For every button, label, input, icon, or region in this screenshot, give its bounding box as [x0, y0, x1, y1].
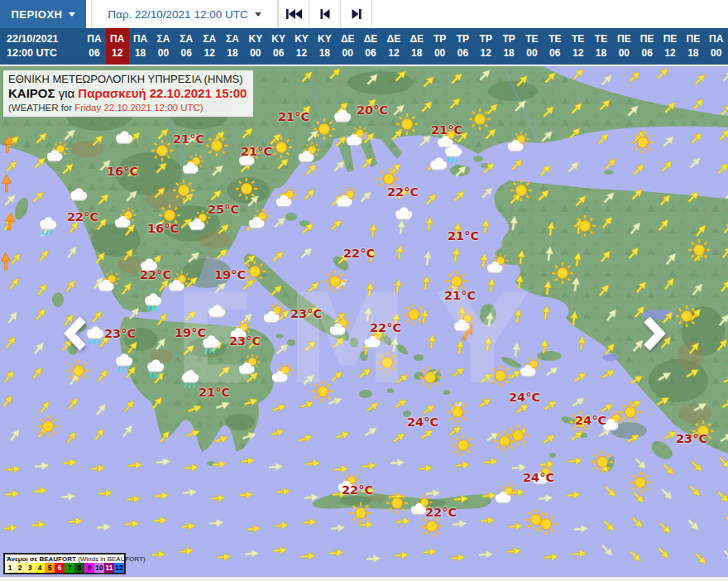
timeline-cell[interactable]: ΠΑ00 — [705, 28, 728, 65]
sun-icon — [173, 180, 194, 201]
timeline-cell-day: ΤΡ — [497, 32, 520, 46]
sun-icon — [236, 178, 257, 199]
timeline-cell[interactable]: ΠΑ18 — [129, 28, 152, 65]
timeline-bar: 22/10/2021 12:00 UTC ΠΑ06ΠΑ12ΠΑ18ΣΑ00ΣΑ0… — [0, 28, 728, 65]
timeline-cell-hour: 00 — [244, 46, 267, 60]
step-forward-button[interactable] — [341, 0, 372, 28]
step-back-button[interactable] — [309, 0, 341, 28]
sun-icon — [244, 261, 266, 282]
sun-icon — [376, 352, 398, 373]
temperature-label: 22°C — [387, 185, 419, 199]
sun-icon — [386, 492, 408, 514]
timeline-cell[interactable]: ΚΥ18 — [313, 28, 336, 65]
timeline-cell[interactable]: ΤΡ18 — [497, 28, 520, 65]
temperature-label: 22°C — [67, 210, 98, 223]
region-dropdown-button[interactable]: ΠΕΡΙΟΧΗ — [0, 0, 86, 28]
timeline-cell[interactable]: ΠΑ06 — [83, 28, 106, 65]
map-header-forecast-en: (WEATHER for Friday 22.10.2021 12:00 UTC… — [8, 102, 247, 113]
timeline-cell-day: ΤΡ — [452, 32, 475, 46]
sun-icon — [314, 118, 335, 140]
temperature-label: 24°C — [575, 414, 606, 427]
temperature-label: 21°C — [199, 386, 230, 399]
beaufort-scale-step: 10 — [94, 563, 104, 573]
timeline-cell[interactable]: ΠΕ18 — [682, 28, 705, 65]
timeline-cells: ΠΑ06ΠΑ12ΠΑ18ΣΑ00ΣΑ06ΣΑ12ΣΑ18ΚΥ00ΚΥ06ΚΥ12… — [83, 28, 728, 65]
timeline-cell-hour: 00 — [152, 46, 175, 60]
timeline-cell-hour: 18 — [405, 46, 429, 60]
skip-to-start-icon — [285, 8, 303, 20]
map-header-forecast: ΚΑΙΡΟΣ για Παρασκευή 22.10.2021 15:00 — [8, 86, 247, 102]
timeline-cell-day: ΤΕ — [544, 32, 567, 46]
timeline-cell[interactable]: ΔΕ18 — [405, 28, 429, 65]
timeline-cell-hour: 06 — [452, 46, 475, 60]
timeline-cell-day: ΣΑ — [175, 32, 198, 46]
timeline-cell-day: ΔΕ — [405, 32, 429, 46]
timeline-cell[interactable]: ΣΑ06 — [175, 28, 198, 65]
timeline-cell-hour: 00 — [705, 46, 728, 60]
beaufort-scale-step: 3 — [25, 563, 35, 573]
timeline-cell[interactable]: ΤΕ00 — [520, 28, 544, 65]
timeline-cell[interactable]: ΤΡ12 — [474, 28, 497, 65]
beaufort-scale-step: 12 — [114, 563, 124, 573]
timeline-cell[interactable]: ΠΕ06 — [635, 28, 659, 65]
timeline-cell[interactable]: ΔΕ12 — [382, 28, 405, 65]
temperature-label: 22°C — [425, 506, 457, 519]
timeline-cell-hour: 00 — [429, 46, 452, 60]
timeline-cell[interactable]: ΣΑ12 — [198, 28, 221, 65]
timeline-cell-hour: 18 — [590, 46, 613, 60]
next-region-chevron[interactable] — [639, 315, 668, 353]
temperature-label: 24°C — [509, 391, 540, 404]
step-back-icon — [319, 8, 331, 20]
timeline-cell[interactable]: ΤΡ06 — [452, 28, 475, 65]
sun-icon — [324, 271, 346, 292]
toolbar: ΠΕΡΙΟΧΗ Παρ. 22/10/2021 12:00 UTC — [0, 0, 728, 28]
timeline-cell[interactable]: ΤΡ00 — [429, 28, 452, 65]
sun-icon — [37, 415, 59, 437]
timeline-cell[interactable]: ΣΑ00 — [152, 28, 175, 65]
temperature-label: 22°C — [342, 483, 373, 497]
sun-icon — [490, 365, 511, 387]
temperature-label: 23°C — [676, 432, 707, 445]
temperature-label: 16°C — [107, 165, 138, 178]
sun-icon — [68, 360, 89, 382]
temperature-label: 16°C — [147, 222, 179, 235]
timeline-cell[interactable]: ΠΕ12 — [659, 28, 682, 65]
timeline-cell-hour: 18 — [682, 46, 705, 60]
temperature-label: 19°C — [214, 268, 246, 281]
timeline-cell[interactable]: ΚΥ00 — [244, 28, 267, 65]
timeline-cell[interactable]: ΚΥ12 — [290, 28, 314, 65]
sun-icon — [525, 509, 547, 531]
timeline-cell-hour: 18 — [313, 46, 336, 60]
sun-icon — [632, 132, 654, 153]
timeline-cell-hour: 12 — [382, 46, 405, 60]
timeline-datetime-label: 22/10/2021 12:00 UTC — [0, 28, 83, 65]
previous-region-chevron[interactable] — [61, 315, 91, 353]
timeline-cell-day: ΚΥ — [290, 32, 314, 46]
sun-icon — [676, 305, 697, 327]
timeline-cell[interactable]: ΔΕ06 — [359, 28, 382, 65]
timeline-cell-hour: 12 — [567, 46, 590, 60]
timeline-cell[interactable]: ΤΕ18 — [590, 28, 613, 65]
datetime-dropdown-button[interactable]: Παρ. 22/10/2021 12:00 UTC — [91, 0, 278, 28]
timeline-cell-day: ΤΕ — [567, 32, 590, 46]
timeline-cell[interactable]: ΠΕ00 — [612, 28, 635, 65]
timeline-cell-hour: 12 — [106, 46, 129, 60]
map-header: ΕΘΝΙΚΗ ΜΕΤΕΩΡΟΛΟΓΙΚΗ ΥΠΗΡΕΣΙΑ (HNMS) ΚΑΙ… — [3, 70, 253, 117]
skip-to-start-button[interactable] — [278, 0, 309, 28]
timeline-cell[interactable]: ΠΑ12 — [106, 28, 129, 65]
sun-icon — [688, 239, 710, 261]
region-dropdown-label: ΠΕΡΙΟΧΗ — [11, 8, 62, 21]
timeline-cell-hour: 06 — [544, 46, 567, 60]
sun-icon — [494, 430, 515, 452]
sun-icon — [592, 451, 613, 473]
timeline-cell[interactable]: ΚΥ06 — [267, 28, 290, 65]
timeline-cell[interactable]: ΔΕ00 — [336, 28, 359, 65]
timeline-cell[interactable]: ΣΑ18 — [221, 28, 244, 65]
page-bottom-strip — [0, 577, 728, 581]
timeline-cell[interactable]: ΤΕ12 — [567, 28, 590, 65]
beaufort-legend-title: Άνεμοι σε BEAUFORT (Winds in BEAUFORT) — [5, 555, 124, 563]
map-canvas — [0, 66, 728, 577]
temperature-label: 25°C — [208, 203, 239, 216]
timeline-cell[interactable]: ΤΕ06 — [544, 28, 567, 65]
temperature-label: 21°C — [431, 123, 462, 137]
